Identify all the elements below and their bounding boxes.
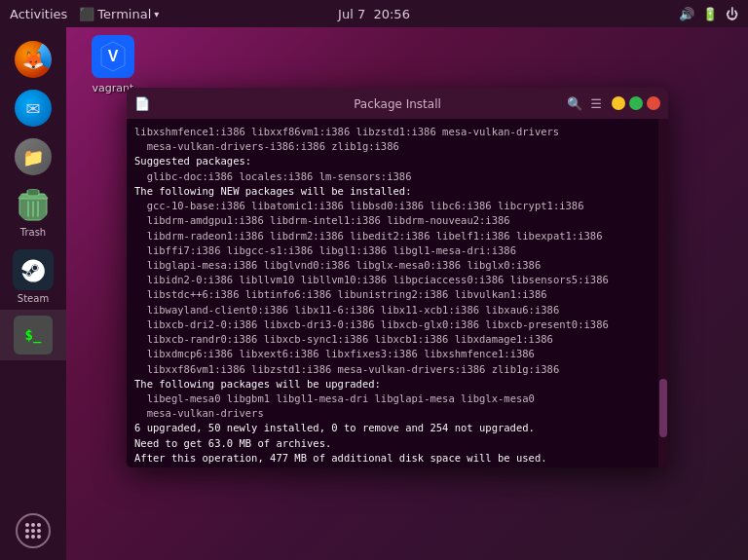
svg-point-12 [25,529,29,533]
vagrant-desktop-icon[interactable]: V vagrant [92,35,134,94]
sidebar-item-files[interactable]: 📁 [0,132,66,181]
terminal-scrollbar[interactable] [658,119,668,467]
activities-button[interactable]: Activities [10,7,67,21]
terminal-line: Do you want to continue? [Y/n] [134,466,660,467]
sidebar-item-firefox[interactable]: 🦊 [0,35,66,84]
terminal-line: libxdmcp6:i386 libxext6:i386 libxfixes3:… [134,347,660,361]
svg-point-14 [37,529,41,533]
terminal-line: Need to get 63.0 MB of archives. [134,436,660,451]
terminal-line: libidn2-0:i386 libllvm10 libllvm10:i386 … [134,273,660,287]
terminal-line: libegl-mesa0 libgbm1 libgl1-mesa-dri lib… [134,392,660,406]
terminal-line: libxcb-dri2-0:i386 libxcb-dri3-0:i386 li… [134,317,660,332]
files-icon: 📁 [15,138,52,175]
svg-point-9 [25,523,29,527]
terminal-line: libstdc++6:i386 libtinfo6:i386 libunistr… [134,287,660,302]
terminal-window: 📄 Package Install 🔍 ☰ − □ × [127,88,668,467]
terminal-line: libglapi-mesa:i386 libglvnd0:i386 libglx… [134,258,660,273]
terminal-line: The following packages will be upgraded: [134,377,660,392]
terminal-line: libdrm-radeon1:i386 libdrm2:i386 libedit… [134,229,660,243]
svg-point-17 [37,535,41,539]
terminal-line: mesa-vulkan-drivers-i386:i386 zlib1g:i38… [134,139,660,154]
sidebar: 🦊 ✉️ 📁 Trash [0,27,66,560]
vagrant-icon-box: V [92,35,134,78]
terminal-line: Suggested packages: [134,154,660,168]
sidebar-item-terminal[interactable]: $_ [0,310,66,360]
sidebar-apps-grid[interactable] [0,513,66,548]
steam-icon [13,249,54,290]
terminal-menu-icon[interactable]: ☰ [590,96,602,111]
terminal-line: gcc-10-base:i386 libatomic1:i386 libbsd0… [134,199,660,213]
sidebar-item-trash-label: Trash [20,227,46,238]
minimize-button[interactable]: − [612,96,625,110]
terminal-line: glibc-doc:i386 locales:i386 lm-sensors:i… [134,169,660,184]
terminal-line: libxxf86vm1:i386 libzstd1:i386 mesa-vulk… [134,362,660,377]
terminal-search-icon[interactable]: 🔍 [567,96,582,111]
terminal-line: libxshmfence1:i386 libxxf86vm1:i386 libz… [134,125,660,139]
thunderbird-icon: ✉️ [15,90,52,127]
terminal-line: libffi7:i386 libgcc-s1:i386 libgl1:i386 … [134,243,660,258]
sidebar-item-steam-label: Steam [18,293,49,304]
scrollbar-thumb[interactable] [659,379,667,437]
volume-icon[interactable]: 🔊 [679,7,694,21]
battery-icon[interactable]: 🔋 [702,7,718,21]
terminal-line: 6 upgraded, 50 newly installed, 0 to rem… [134,421,660,435]
close-button[interactable]: × [647,96,660,110]
terminal-window-title: Package Install [354,96,441,111]
terminal-page-icon: 📄 [134,96,150,111]
terminal-title-left: 📄 [134,96,150,111]
terminal-line: libwayland-client0:i386 libx11-6:i386 li… [134,303,660,317]
topbar-right: 🔊 🔋 ⏻ [679,7,738,21]
svg-point-8 [27,272,31,276]
terminal-title-controls: 🔍 ☰ − □ × [567,96,660,111]
svg-point-11 [37,523,41,527]
terminal-content: libxshmfence1:i386 libxxf86vm1:i386 libz… [127,119,668,467]
firefox-icon: 🦊 [15,41,52,78]
trash-icon [15,187,52,224]
sidebar-item-steam[interactable]: Steam [0,243,66,310]
power-icon[interactable]: ⏻ [726,7,738,21]
topbar: Activities ⬛ Terminal ▾ Jul 7 20:56 🔊 🔋 … [0,0,748,27]
terminal-line: After this operation, 477 MB of addition… [134,451,660,466]
terminal-line: libxcb-randr0:i386 libxcb-sync1:i386 lib… [134,332,660,347]
terminal-title-topbar[interactable]: ⬛ Terminal ▾ [79,7,159,21]
sidebar-item-trash[interactable]: Trash [0,181,66,243]
topbar-left: Activities ⬛ Terminal ▾ [10,7,159,21]
sidebar-item-thunderbird[interactable]: ✉️ [0,84,66,132]
terminal-line: mesa-vulkan-drivers [134,406,660,421]
svg-point-16 [31,535,35,539]
svg-point-13 [31,529,35,533]
terminal-titlebar: 📄 Package Install 🔍 ☰ − □ × [127,88,668,119]
svg-point-10 [31,523,35,527]
terminal-icon: $_ [14,316,53,355]
terminal-window-icon: ⬛ [79,7,94,21]
svg-point-7 [32,265,38,271]
terminal-line: The following NEW packages will be insta… [134,184,660,199]
desktop: V vagrant 📄 Package Install 🔍 ☰ − □ [66,27,748,560]
svg-rect-2 [27,189,39,196]
terminal-line: libdrm-amdgpu1:i386 libdrm-intel1:i386 l… [134,213,660,228]
svg-point-15 [25,535,29,539]
maximize-button[interactable]: □ [629,96,643,110]
svg-text:V: V [108,48,119,64]
topbar-datetime: Jul 7 20:56 [338,7,410,21]
